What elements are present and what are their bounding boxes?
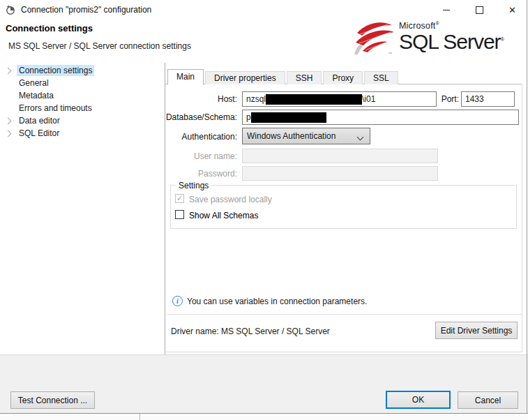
info-text: You can use variables in connection para…: [187, 297, 367, 306]
database-value-prefix: p: [246, 112, 251, 122]
authentication-label: Authentication:: [105, 132, 237, 142]
driver-divider: [167, 314, 522, 315]
logo-product-text: SQL Server: [399, 30, 501, 53]
sidebar-item-label: Connection settings: [17, 65, 94, 76]
host-field[interactable]: nzsql\i01: [242, 91, 437, 107]
tab-ssh[interactable]: SSH: [287, 71, 322, 84]
logo-tm-mark: ™: [388, 52, 392, 56]
background-window-edge: [139, 414, 140, 420]
background-window-strip: [0, 414, 528, 420]
window-titlebar: Connection "promis2" configuration ✕: [0, 0, 528, 20]
host-redaction: [266, 94, 362, 105]
close-button[interactable]: ✕: [497, 0, 528, 20]
driver-name-value: MS SQL Server / SQL Server: [221, 327, 330, 336]
sidebar: Connection settings General Metadata Err…: [0, 63, 165, 354]
test-connection-button[interactable]: Test Connection ...: [10, 391, 95, 409]
minimize-icon: [443, 10, 450, 10]
info-icon-char: i: [176, 297, 179, 305]
authentication-select[interactable]: Windows Authentication: [242, 128, 370, 144]
maximize-icon: [476, 6, 483, 14]
window-title: Connection "promis2" configuration: [21, 0, 151, 20]
close-icon: ✕: [508, 6, 516, 15]
chevron-right-icon[interactable]: [5, 130, 12, 137]
page-subtitle: MS SQL Server / SQL Server connection se…: [8, 41, 191, 51]
page-title: Connection settings: [6, 23, 93, 33]
window-right-border: [527, 0, 527, 414]
chevron-right-icon[interactable]: [5, 117, 12, 124]
username-label: User name:: [105, 151, 237, 161]
host-label: Host:: [105, 94, 237, 104]
sidebar-item-label: Metadata: [17, 90, 56, 101]
chevron-down-icon: [357, 134, 364, 141]
logo-product-reg-mark: ®: [501, 37, 504, 42]
port-label: Port:: [420, 94, 459, 104]
tabstrip: Main Driver properties SSH Proxy SSL: [167, 69, 400, 84]
chevron-right-icon[interactable]: [5, 67, 12, 74]
password-field: [242, 166, 438, 181]
app-icon: [5, 4, 16, 15]
panel-right-border: [522, 84, 522, 352]
database-label: Database/Schema:: [105, 112, 237, 122]
sidebar-item-label: Data editor: [17, 115, 62, 126]
edit-driver-settings-button[interactable]: Edit Driver Settings: [435, 322, 518, 339]
sidebar-item-connection-settings[interactable]: Connection settings: [0, 64, 164, 77]
ok-button[interactable]: OK: [386, 391, 451, 409]
info-icon: i: [172, 296, 183, 306]
sidebar-divider: [165, 63, 165, 354]
tab-driver-properties[interactable]: Driver properties: [205, 71, 285, 84]
save-password-checkbox: ✓: [175, 194, 184, 203]
settings-group-title: Settings: [176, 181, 211, 190]
sidebar-item-label: Errors and timeouts: [17, 103, 94, 114]
sidebar-item-label: SQL Editor: [17, 128, 61, 139]
show-all-schemas-label: Show All Schemas: [189, 211, 258, 220]
sqlserver-logo: Microsoft® SQL Server®: [399, 21, 504, 52]
host-value-prefix: nzsql: [246, 94, 266, 104]
settings-group: [170, 185, 517, 229]
tab-proxy[interactable]: Proxy: [323, 71, 363, 84]
tab-ssl[interactable]: SSL: [364, 71, 398, 84]
tab-main[interactable]: Main: [167, 69, 204, 85]
database-field[interactable]: p: [242, 110, 519, 125]
cancel-button[interactable]: Cancel: [458, 391, 518, 409]
sidebar-item-label: General: [17, 77, 51, 89]
username-field: [242, 149, 438, 163]
port-field[interactable]: 1433: [461, 91, 515, 107]
check-icon: ✓: [176, 195, 183, 202]
logo-reg-mark: ®: [436, 21, 439, 26]
authentication-value: Windows Authentication: [247, 131, 335, 141]
maximize-button[interactable]: [464, 0, 495, 20]
port-value: 1433: [465, 94, 484, 104]
save-password-label: Save password locally: [189, 195, 272, 204]
show-all-schemas-checkbox[interactable]: [175, 210, 184, 219]
panel-bottom-border: [165, 352, 522, 352]
minimize-button[interactable]: [430, 0, 462, 20]
password-label: Password:: [105, 169, 237, 179]
database-redaction: [251, 112, 326, 123]
driver-name-label: Driver name:: [171, 327, 219, 336]
sidebar-item-general[interactable]: General: [0, 77, 164, 89]
host-value-suffix: \i01: [362, 94, 375, 104]
sqlserver-logo-swoosh-icon: [353, 20, 396, 54]
